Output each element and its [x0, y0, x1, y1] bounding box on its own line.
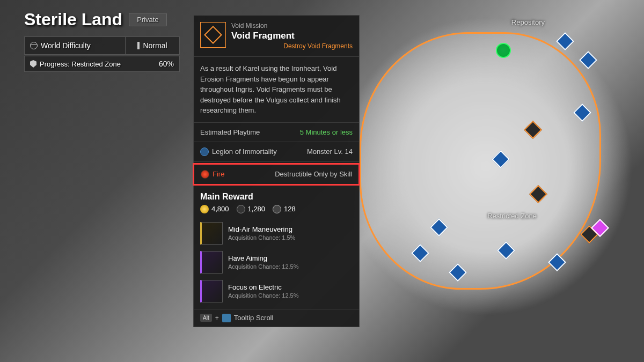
reward-item[interactable]: Have AimingAcquisition Chance: 12.5%	[194, 248, 359, 277]
gear-icon	[273, 205, 281, 213]
privacy-badge[interactable]: Private	[129, 13, 166, 26]
progress-row: Progress: Restricted Zone 60%	[24, 56, 180, 72]
mission-header: Void Mission Void Fragment Destroy Void …	[194, 16, 359, 57]
difficulty-label: World Difficulty	[41, 41, 91, 50]
faction-row: Legion of Immortality Monster Lv. 14	[194, 142, 359, 162]
reward-chance: Acquisition Chance: 12.5%	[228, 292, 353, 299]
faction-name: Legion of Immortality	[212, 147, 277, 156]
reward-header: Main Reward	[194, 187, 359, 205]
monster-level: Monster Lv. 14	[307, 147, 353, 156]
reward-icon	[200, 251, 223, 274]
mission-description: As a result of Karel using the Ironheart…	[194, 57, 359, 123]
playtime-row: Estimated Playtime 5 Minutes or less	[194, 123, 359, 142]
mission-subtitle: Destroy Void Fragments	[231, 42, 353, 50]
playtime-value: 5 Minutes or less	[300, 128, 353, 136]
reward-name: Focus on Electric	[228, 283, 353, 291]
region-header: Sterile Land Private	[24, 10, 167, 29]
plus-icon: +	[215, 314, 219, 322]
xp-icon	[237, 205, 245, 213]
mission-category: Void Mission	[231, 22, 353, 29]
fire-icon	[201, 170, 209, 179]
playtime-label: Estimated Playtime	[200, 128, 260, 136]
stats-panel: World Difficulty Normal Progress: Restri…	[24, 36, 180, 72]
progress-label: Progress: Restricted Zone	[40, 60, 121, 68]
mission-panel: Void Mission Void Fragment Destroy Void …	[193, 15, 360, 327]
element-note: Destructible Only by Skill	[275, 170, 352, 178]
scroll-icon	[222, 314, 231, 322]
currency-xp: 1,280	[237, 205, 266, 213]
region-title: Sterile Land	[24, 10, 122, 29]
mission-title: Void Fragment	[231, 31, 353, 41]
map-label-restricted: Restricted Zone	[487, 212, 537, 220]
shield-icon	[30, 60, 36, 68]
alt-key-hint: Alt	[200, 314, 212, 322]
zone-boundary	[360, 32, 601, 290]
progress-value: 60%	[142, 60, 179, 68]
panel-footer: Alt + Tooltip Scroll	[194, 309, 359, 327]
map-label-repository: Repository	[511, 18, 545, 26]
faction-icon	[200, 147, 209, 156]
mission-icon	[200, 22, 226, 48]
reward-item[interactable]: Focus on ElectricAcquisition Chance: 12.…	[194, 277, 359, 306]
currency-gold: 4,800	[200, 205, 229, 213]
element-row-highlighted: Fire Destructible Only by Skill	[193, 163, 360, 186]
globe-icon	[30, 42, 38, 49]
element-name: Fire	[213, 170, 224, 178]
currency-gear: 128	[273, 205, 296, 213]
bar-icon	[137, 42, 140, 49]
reward-chance: Acquisition Chance: 1.5%	[228, 234, 353, 241]
difficulty-row[interactable]: World Difficulty Normal	[24, 36, 180, 55]
reward-icon	[200, 280, 223, 302]
difficulty-value: Normal	[143, 41, 167, 50]
currency-row: 4,800 1,280 128	[194, 205, 359, 219]
reward-name: Have Aiming	[228, 254, 353, 262]
map-marker-waypoint[interactable]	[496, 43, 511, 58]
reward-chance: Acquisition Chance: 12.5%	[228, 263, 353, 270]
reward-name: Mid-Air Maneuvering	[228, 225, 353, 233]
reward-icon	[200, 222, 223, 245]
footer-text: Tooltip Scroll	[234, 314, 274, 322]
gold-icon	[200, 205, 209, 213]
reward-item[interactable]: Mid-Air ManeuveringAcquisition Chance: 1…	[194, 219, 359, 248]
